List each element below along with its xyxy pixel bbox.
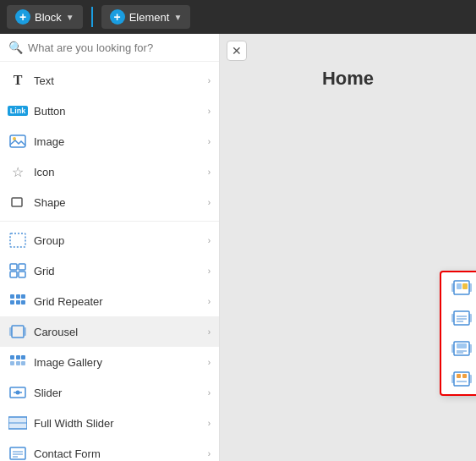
group-icon — [8, 231, 27, 250]
contact-form-label: Contact Form — [34, 447, 208, 460]
image-label: Image — [34, 135, 208, 148]
contact-form-icon — [8, 444, 27, 461]
block-button[interactable]: + Block ▼ — [7, 5, 83, 29]
repeated-carousel-icon — [450, 310, 473, 327]
svg-rect-13 — [21, 300, 25, 305]
svg-rect-7 — [19, 272, 25, 277]
image-gallery-icon — [8, 353, 27, 371]
element-plus-icon: + — [110, 9, 125, 25]
sidebar-item-shape[interactable]: Shape › — [0, 187, 219, 217]
svg-rect-12 — [16, 300, 20, 305]
carousel-arrow-icon: › — [208, 327, 211, 337]
icon-icon: ☆ — [8, 162, 27, 181]
svg-rect-57 — [451, 344, 454, 353]
sidebar-item-image[interactable]: Image › — [0, 126, 219, 156]
sidebar-item-slider[interactable]: Slider › — [0, 377, 219, 408]
sidebar-item-full-width-slider[interactable]: Full Width Slider › — [0, 408, 219, 438]
svg-rect-66 — [462, 374, 467, 378]
svg-rect-4 — [10, 264, 17, 270]
search-box: 🔍 — [0, 34, 219, 62]
contact-form-arrow-icon: › — [208, 449, 211, 458]
icon-label: Icon — [34, 166, 208, 178]
full-width-slider-icon — [8, 414, 27, 432]
block-chevron-icon: ▼ — [66, 13, 74, 22]
element-button[interactable]: + Element ▼ — [101, 5, 191, 29]
svg-rect-11 — [10, 300, 14, 305]
right-area: ✕ Home Image Carousel — [220, 34, 476, 461]
svg-rect-65 — [457, 374, 461, 378]
text-label: Text — [34, 74, 208, 87]
icon-arrow-icon: › — [208, 167, 211, 177]
left-panel: 🔍 T Text › Link Button › — [0, 34, 220, 461]
grid-repeater-icon — [8, 292, 27, 310]
svg-rect-5 — [19, 264, 25, 270]
search-input[interactable] — [28, 41, 211, 54]
svg-rect-21 — [16, 361, 20, 365]
carousel-submenu: Image Carousel Repeated Carousel — [440, 271, 476, 396]
slider-arrow-icon: › — [208, 388, 211, 398]
svg-rect-29 — [10, 447, 25, 459]
element-label: Element — [129, 11, 170, 24]
submenu-item-image-carousel[interactable]: Image Carousel — [441, 272, 476, 303]
image-icon — [8, 132, 27, 151]
svg-rect-15 — [9, 327, 12, 336]
submenu-item-repeated-carousel[interactable]: Repeated Carousel — [441, 303, 476, 333]
grid-repeater-arrow-icon: › — [208, 297, 211, 306]
svg-rect-9 — [16, 294, 20, 299]
sidebar-item-icon[interactable]: ☆ Icon › — [0, 156, 219, 187]
sidebar-item-contact-form[interactable]: Contact Form › — [0, 438, 219, 461]
product-carousel-icon — [450, 370, 473, 387]
main-layout: 🔍 T Text › Link Button › — [0, 34, 476, 461]
image-gallery-label: Image Gallery — [34, 356, 208, 369]
svg-rect-16 — [24, 327, 26, 336]
svg-rect-50 — [454, 311, 469, 325]
svg-rect-49 — [462, 283, 468, 289]
sidebar-item-image-gallery[interactable]: Image Gallery › — [0, 347, 219, 377]
submenu-item-product-carousel[interactable]: Product Carousel — [441, 364, 476, 394]
group-arrow-icon: › — [208, 236, 211, 245]
svg-rect-14 — [12, 326, 24, 338]
slider-label: Slider — [34, 387, 208, 399]
home-title: Home — [220, 68, 476, 90]
sidebar-item-button[interactable]: Link Button › — [0, 96, 219, 126]
close-button[interactable]: ✕ — [227, 41, 247, 61]
group-label: Group — [34, 234, 208, 247]
svg-rect-19 — [21, 355, 25, 359]
carousel-icon — [8, 322, 27, 341]
block-label: Block — [35, 11, 62, 24]
sidebar-item-grid-repeater[interactable]: Grid Repeater › — [0, 286, 219, 316]
image-arrow-icon: › — [208, 137, 211, 146]
svg-rect-0 — [10, 135, 25, 147]
search-icon: 🔍 — [8, 41, 23, 54]
svg-rect-17 — [10, 355, 14, 359]
svg-point-25 — [16, 391, 20, 395]
sidebar-item-carousel[interactable]: Carousel › — [0, 316, 219, 347]
block-plus-icon: + — [15, 9, 30, 25]
svg-rect-3 — [10, 233, 25, 247]
svg-rect-62 — [454, 372, 469, 386]
sidebar-item-grid[interactable]: Grid › — [0, 255, 219, 286]
shape-arrow-icon: › — [208, 198, 211, 207]
svg-rect-47 — [469, 283, 472, 292]
button-icon: Link — [8, 102, 27, 120]
svg-rect-6 — [10, 272, 17, 277]
full-width-slider-arrow-icon: › — [208, 419, 211, 428]
image-gallery-arrow-icon: › — [208, 358, 211, 367]
grid-icon — [8, 261, 27, 280]
svg-rect-48 — [457, 283, 462, 289]
svg-rect-63 — [451, 375, 454, 383]
svg-rect-64 — [469, 375, 472, 383]
advanced-section: Group › Grid › — [0, 222, 219, 461]
grid-arrow-icon: › — [208, 266, 211, 276]
grid-repeater-label: Grid Repeater — [34, 295, 208, 308]
sidebar-item-group[interactable]: Group › — [0, 225, 219, 255]
submenu-item-post-carousel[interactable]: Post Carousel — [441, 333, 476, 364]
svg-rect-51 — [451, 314, 454, 322]
basic-section: T Text › Link Button › — [0, 62, 219, 222]
grid-label: Grid — [34, 265, 208, 277]
toolbar-separator — [91, 7, 93, 27]
button-arrow-icon: › — [208, 107, 211, 116]
element-chevron-icon: ▼ — [173, 13, 182, 22]
svg-rect-22 — [21, 361, 25, 365]
sidebar-item-text[interactable]: T Text › — [0, 65, 219, 96]
